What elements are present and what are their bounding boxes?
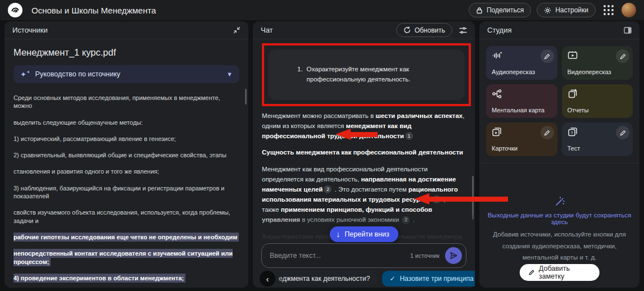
annotation-arrow bbox=[414, 193, 509, 204]
avatar[interactable] bbox=[622, 3, 636, 17]
svg-text:?: ? bbox=[570, 130, 573, 135]
source-text-line: выделить следующие общенаучные методы: bbox=[13, 119, 239, 126]
studio-card-label: Ментальная карта bbox=[492, 107, 545, 113]
chat-panel-title: Чат bbox=[261, 26, 273, 34]
gear-icon bbox=[544, 7, 551, 14]
annotation-red-box: 1. Охарактеризуйте менеджмент как профес… bbox=[262, 43, 471, 106]
sources-scrollbar-thumb[interactable] bbox=[245, 89, 247, 104]
chip-label: еджмента как деятельности? bbox=[279, 275, 370, 283]
source-count-label: 1 источник bbox=[410, 252, 439, 259]
question-text: Охарактеризуйте менеджмент как профессио… bbox=[307, 65, 443, 85]
arrow-down-icon: ↓ bbox=[336, 230, 340, 239]
source-document-title: Менеджмент_1 курс.pdf bbox=[13, 47, 239, 58]
scroll-to-bottom-button[interactable]: ↓ Перейти вниз bbox=[329, 226, 398, 242]
source-text-line: непосредственный контакт исследователя с… bbox=[13, 249, 239, 266]
source-text-line: свойств изучаемого объекта исследования,… bbox=[13, 208, 239, 225]
add-note-label: Добавить заметку bbox=[539, 265, 591, 280]
reports-icon bbox=[568, 89, 578, 99]
studio-panel-title: Студия bbox=[487, 26, 511, 34]
share-button[interactable]: Поделиться bbox=[469, 3, 531, 17]
studio-card-label: Карточки bbox=[492, 145, 518, 152]
source-text-line: 4) проведение экспериментов в области ме… bbox=[13, 274, 239, 282]
chat-input[interactable]: Введите текст... 1 источник bbox=[261, 243, 466, 268]
studio-empty-title: Выходные данные из студии будут сохранят… bbox=[486, 212, 633, 225]
panel-layout-icon[interactable] bbox=[624, 27, 632, 34]
lock-icon bbox=[476, 7, 483, 14]
studio-card-label: Тест bbox=[568, 145, 580, 152]
mindmap-icon bbox=[492, 89, 502, 99]
citation-badge[interactable]: 2 bbox=[324, 185, 332, 193]
collapse-panel-icon[interactable] bbox=[233, 26, 241, 34]
studio-card-mindmap[interactable]: Ментальная карта bbox=[486, 84, 557, 118]
chat-settings-icon[interactable] bbox=[459, 27, 467, 34]
refresh-button-label: Обновить bbox=[415, 26, 445, 34]
user-message-bubble: 1. Охарактеризуйте менеджмент как профес… bbox=[268, 49, 465, 100]
send-button[interactable] bbox=[445, 247, 462, 264]
settings-button[interactable]: Настройки bbox=[537, 3, 596, 17]
flashcards-icon bbox=[492, 127, 502, 137]
audio-waveform-icon bbox=[492, 51, 502, 61]
studio-card-label: Аудиопересказ bbox=[492, 69, 535, 75]
studio-panel: Студия АудиопересказВидеопересказМенталь… bbox=[479, 21, 640, 288]
pencil-icon bbox=[528, 269, 534, 276]
question-number: 1. bbox=[297, 65, 303, 85]
notebook-title: Основы и Школы Менеджмента bbox=[31, 6, 156, 15]
studio-card-flashcards[interactable]: Карточки bbox=[486, 122, 557, 156]
studio-card-audio[interactable]: Аудиопересказ bbox=[486, 46, 557, 80]
studio-empty-body: Добавив источники, используйте кнопки дл… bbox=[489, 229, 630, 263]
sparkle-icon: ✦✦ bbox=[20, 70, 30, 79]
source-text-line: 3) наблюдения, базирующийся на фиксации … bbox=[13, 184, 239, 201]
edit-pencil-button[interactable] bbox=[616, 126, 629, 139]
suggested-question-chip[interactable]: еджмента как деятельности? bbox=[266, 271, 377, 287]
refresh-icon bbox=[403, 26, 411, 34]
sources-panel-title: Источники bbox=[12, 26, 48, 34]
source-text-line: Среди основных методов исследования, при… bbox=[13, 94, 239, 110]
check-icon: ✓ bbox=[389, 275, 395, 283]
share-button-label: Поделиться bbox=[487, 6, 524, 14]
source-guide-dropdown[interactable]: ✦✦ Руководство по источнику ▼ bbox=[13, 65, 239, 83]
response-text: . Это достигается путем bbox=[333, 186, 408, 193]
studio-card-label: Отчеты bbox=[568, 107, 589, 113]
quiz-icon: ? bbox=[568, 127, 578, 137]
chip-label: Назовите три принципа Тейлора. bbox=[400, 275, 475, 283]
chat-panel: Чат Обновить 1. Охар bbox=[253, 21, 475, 288]
chat-input-placeholder: Введите текст... bbox=[270, 252, 410, 260]
studio-divider bbox=[479, 163, 640, 163]
response-text-bold: шести различных аспектах bbox=[375, 112, 462, 119]
citation-badge[interactable]: 1 bbox=[405, 132, 413, 140]
studio-card-quiz[interactable]: ?Тест bbox=[562, 122, 633, 156]
studio-card-video[interactable]: Видеопересказ bbox=[562, 46, 633, 80]
response-text: Менеджмент можно рассматривать в bbox=[262, 112, 375, 119]
source-guide-label: Руководство по источнику bbox=[35, 70, 222, 78]
edit-pencil-button[interactable] bbox=[541, 126, 554, 139]
source-text-line: 1) исторический, рассматривающий явление… bbox=[13, 135, 239, 143]
top-app-bar: Основы и Школы Менеджмента Поделиться На… bbox=[0, 0, 644, 20]
send-plane-icon bbox=[450, 252, 457, 260]
source-text-line: становления и развития одного и того же … bbox=[13, 167, 239, 175]
chips-back-button[interactable]: ‹ bbox=[260, 271, 275, 287]
edit-pencil-button[interactable] bbox=[541, 49, 554, 63]
source-text-line: 2) сравнительный, выявляющий общие и спе… bbox=[13, 151, 239, 159]
response-heading: Сущность менеджмента как профессионально… bbox=[262, 147, 468, 157]
suggested-questions-row: ‹ еджмента как деятельности?✓Назовите тр… bbox=[260, 271, 468, 287]
video-icon bbox=[568, 51, 578, 60]
annotation-arrow bbox=[335, 129, 378, 140]
edit-pencil-button[interactable] bbox=[616, 49, 629, 63]
apps-grid-icon[interactable] bbox=[601, 3, 616, 17]
studio-card-reports[interactable]: Отчеты bbox=[562, 84, 633, 118]
sources-panel: Источники Менеджмент_1 курс.pdf ✦✦ Руков… bbox=[4, 21, 248, 288]
chevron-down-icon: ▼ bbox=[226, 71, 233, 78]
scroll-button-label: Перейти вниз bbox=[344, 230, 389, 238]
suggested-question-chip[interactable]: ✓Назовите три принципа Тейлора. bbox=[382, 271, 475, 287]
add-note-button[interactable]: Добавить заметку bbox=[519, 264, 600, 281]
notebooklm-logo-icon[interactable] bbox=[8, 3, 22, 17]
source-text-line: рабочие гипотезы исследования еще четко … bbox=[13, 233, 239, 241]
studio-card-label: Видеопересказ bbox=[568, 69, 611, 75]
source-text-block: Среди основных методов исследования, при… bbox=[13, 94, 239, 288]
refresh-chat-button[interactable]: Обновить bbox=[396, 23, 452, 37]
settings-button-label: Настройки bbox=[555, 6, 588, 14]
